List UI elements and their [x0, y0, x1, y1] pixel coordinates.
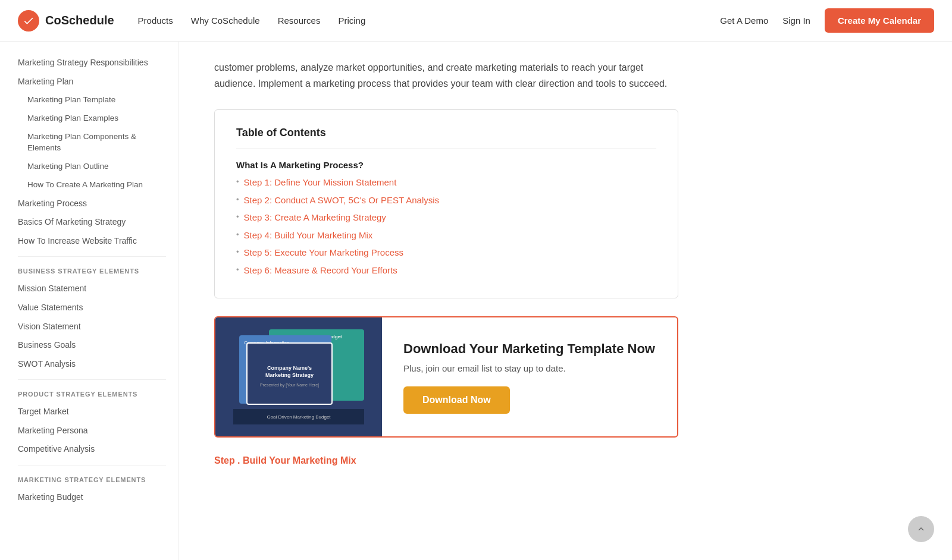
- sidebar-link-examples[interactable]: Marketing Plan Examples: [18, 109, 166, 128]
- create-calendar-button[interactable]: Create My Calendar: [825, 8, 934, 33]
- sidebar: Marketing Strategy Responsibilities Mark…: [0, 42, 178, 560]
- sidebar-section-marketing: MARKETING STRATEGY ELEMENTS: [18, 476, 166, 483]
- intro-text: customer problems, analyze market opport…: [214, 59, 678, 92]
- toc-item-5: • Step 5: Execute Your Marketing Process: [236, 246, 656, 260]
- sidebar-divider-2: [18, 379, 166, 380]
- sidebar-link-marketing-plan[interactable]: Marketing Plan: [18, 73, 166, 92]
- cta-title: Download Your Marketing Template Now: [403, 341, 656, 358]
- header: CoSchedule Products Why CoSchedule Resou…: [0, 0, 952, 42]
- nav-why[interactable]: Why CoSchedule: [191, 15, 260, 26]
- sidebar-link-vision[interactable]: Vision Statement: [18, 317, 166, 336]
- sidebar-link-persona[interactable]: Marketing Persona: [18, 421, 166, 441]
- cta-label-bar: Goal Driven Marketing Budget: [233, 409, 364, 424]
- toc-heading: What Is A Marketing Process?: [236, 160, 656, 170]
- toc-divider: [236, 149, 656, 149]
- sidebar-top-links: Marketing Strategy Responsibilities Mark…: [18, 54, 166, 250]
- table-of-contents-box: Table of Contents What Is A Marketing Pr…: [214, 109, 678, 298]
- header-left: CoSchedule Products Why CoSchedule Resou…: [18, 10, 365, 32]
- sidebar-divider-3: [18, 465, 166, 465]
- cta-subtitle: Plus, join our email list to stay up to …: [403, 363, 656, 373]
- cta-content: Download Your Marketing Template Now Plu…: [382, 317, 677, 436]
- sidebar-link-basics[interactable]: Basics Of Marketing Strategy: [18, 213, 166, 232]
- toc-item-1: • Step 1: Define Your Mission Statement: [236, 176, 656, 190]
- toc-bullet-2: •: [236, 194, 239, 206]
- sign-in-link[interactable]: Sign In: [782, 15, 810, 26]
- sidebar-link-responsibilities[interactable]: Marketing Strategy Responsibilities: [18, 54, 166, 73]
- main-content: customer problems, analyze market opport…: [178, 42, 714, 560]
- scroll-to-top-button[interactable]: [908, 516, 934, 542]
- cta-card-front: Company Name'sMarketing Strategy Present…: [246, 342, 333, 405]
- sidebar-link-how-to-create[interactable]: How To Create A Marketing Plan: [18, 176, 166, 194]
- toc-link-6[interactable]: Step 6: Measure & Record Your Efforts: [244, 264, 397, 278]
- cta-image-wrap: Goal Driven Marketing Budget Company Inf…: [215, 317, 382, 436]
- sidebar-divider-1: [18, 256, 166, 257]
- toc-bullet-5: •: [236, 246, 239, 259]
- toc-bullet-1: •: [236, 176, 239, 188]
- toc-item-3: • Step 3: Create A Marketing Strategy: [236, 211, 656, 225]
- main-nav: Products Why CoSchedule Resources Pricin…: [138, 15, 366, 26]
- header-right: Get A Demo Sign In Create My Calendar: [720, 8, 934, 33]
- logo: CoSchedule: [18, 10, 114, 32]
- cta-front-sub: Presented by [Your Name Here]: [260, 383, 319, 387]
- toc-bullet-4: •: [236, 229, 239, 241]
- sidebar-link-mission[interactable]: Mission Statement: [18, 279, 166, 298]
- page-wrap: Marketing Strategy Responsibilities Mark…: [0, 0, 952, 560]
- get-demo-link[interactable]: Get A Demo: [720, 15, 768, 26]
- step-label: Step . Build Your Marketing Mix: [214, 455, 678, 466]
- toc-item-6: • Step 6: Measure & Record Your Efforts: [236, 264, 656, 278]
- toc-bullet-3: •: [236, 211, 239, 224]
- sidebar-section-product: PRODUCT STRATEGY ELEMENTS: [18, 391, 166, 398]
- toc-link-3[interactable]: Step 3: Create A Marketing Strategy: [244, 211, 386, 225]
- cta-image-stack: Goal Driven Marketing Budget Company Inf…: [233, 329, 364, 424]
- nav-resources[interactable]: Resources: [278, 15, 321, 26]
- nav-products[interactable]: Products: [138, 15, 173, 26]
- toc-title: Table of Contents: [236, 127, 656, 139]
- toc-bullet-6: •: [236, 264, 239, 276]
- sidebar-section-business: BUSINESS STRATEGY ELEMENTS: [18, 268, 166, 275]
- toc-link-5[interactable]: Step 5: Execute Your Marketing Process: [244, 246, 403, 260]
- sidebar-link-competitive[interactable]: Competitive Analysis: [18, 440, 166, 459]
- toc-link-2[interactable]: Step 2: Conduct A SWOT, 5C's Or PEST Ana…: [244, 194, 440, 207]
- cta-front-title: Company Name'sMarketing Strategy: [262, 361, 317, 383]
- sidebar-link-target-market[interactable]: Target Market: [18, 402, 166, 421]
- sidebar-link-template[interactable]: Marketing Plan Template: [18, 91, 166, 109]
- sidebar-link-budget[interactable]: Marketing Budget: [18, 488, 166, 507]
- download-now-button[interactable]: Download Now: [403, 386, 510, 414]
- sidebar-link-process[interactable]: Marketing Process: [18, 194, 166, 213]
- sidebar-link-traffic[interactable]: How To Increase Website Traffic: [18, 232, 166, 251]
- toc-list: • Step 1: Define Your Mission Statement …: [236, 176, 656, 277]
- toc-link-4[interactable]: Step 4: Build Your Marketing Mix: [244, 229, 373, 243]
- sidebar-link-value[interactable]: Value Statements: [18, 298, 166, 317]
- sidebar-link-outline[interactable]: Marketing Plan Outline: [18, 158, 166, 176]
- toc-item-4: • Step 4: Build Your Marketing Mix: [236, 229, 656, 243]
- cta-label-text: Goal Driven Marketing Budget: [267, 414, 330, 420]
- toc-item-2: • Step 2: Conduct A SWOT, 5C's Or PEST A…: [236, 194, 656, 207]
- sidebar-link-components[interactable]: Marketing Plan Components & Elements: [18, 128, 166, 158]
- nav-pricing[interactable]: Pricing: [338, 15, 365, 26]
- sidebar-link-swot[interactable]: SWOT Analysis: [18, 355, 166, 374]
- sidebar-link-goals[interactable]: Business Goals: [18, 336, 166, 355]
- toc-link-1[interactable]: Step 1: Define Your Mission Statement: [244, 176, 397, 190]
- logo-text: CoSchedule: [45, 14, 114, 27]
- logo-icon: [18, 10, 39, 32]
- cta-box: Goal Driven Marketing Budget Company Inf…: [214, 316, 678, 438]
